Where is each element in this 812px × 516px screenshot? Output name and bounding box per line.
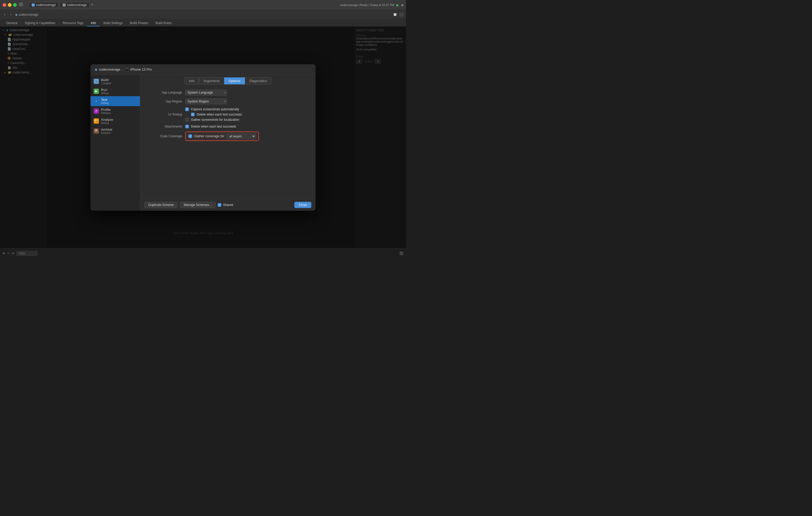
shared-checkbox[interactable] — [218, 203, 221, 207]
forward-button[interactable]: › — [9, 12, 13, 17]
ui-testing-localization-row: Gather screenshots for localization — [185, 118, 242, 122]
stop-icon[interactable]: ■ — [401, 3, 403, 7]
app-language-select-wrapper[interactable]: System Language — [185, 90, 227, 95]
app-language-row: App Language System Language — [148, 90, 308, 95]
code-coverage-checkbox[interactable] — [188, 134, 192, 138]
duplicate-scheme-button[interactable]: Duplicate Scheme — [144, 202, 178, 208]
ui-testing-checkboxes: Capture screenshots automatically Delete… — [185, 108, 242, 122]
attachments-delete-checkbox[interactable] — [185, 125, 189, 128]
options-panel: App Language System Language — [140, 85, 316, 199]
profile-icon: ⏱ — [94, 109, 99, 114]
add-tab-button[interactable]: + — [91, 2, 94, 7]
scheme-profile-label: Profile — [101, 108, 111, 112]
ui-testing-capture-checkbox[interactable] — [185, 108, 189, 111]
attachments-checkboxes: Delete when each test succeeds — [185, 125, 236, 128]
toolbar: ‹ › ◆ codecoverage 🔲 ⬛ — [0, 10, 406, 19]
shared-label: Shared — [223, 203, 233, 207]
ui-testing-delete-checkbox[interactable] — [191, 113, 195, 116]
minimize-button[interactable] — [8, 3, 11, 7]
ui-testing-localization-label: Gather screenshots for localization — [191, 118, 239, 122]
scheme-editor-modal: ◆ codecoverage › 📱 iPhone 13 Pro 🔨 Build… — [90, 64, 316, 211]
shared-checkbox-row: Shared — [218, 203, 233, 207]
close-button[interactable] — [3, 3, 6, 7]
run-icon: ▶ — [94, 89, 99, 94]
attachments-label: Attachments — [148, 125, 182, 128]
scheme-test-label: Test — [101, 98, 109, 102]
filter-input[interactable] — [17, 251, 37, 256]
svg-rect-2 — [19, 5, 23, 6]
scheme-archive[interactable]: 📦 Archive Release — [90, 126, 140, 136]
scheme-run-sub: Debug — [101, 92, 109, 95]
tab-build-phases[interactable]: Build Phases — [126, 20, 152, 26]
inspector-icon[interactable]: 🔲 — [393, 12, 397, 17]
code-coverage-highlight-box: Gather coverage for all targets some tar… — [185, 131, 259, 141]
remove-item-button[interactable]: − — [7, 251, 9, 256]
navigator-icon[interactable]: ⬛ — [399, 12, 403, 17]
tab-codecoverage-1[interactable]: codecoverage — [29, 2, 59, 8]
scheme-content: Info Arguments Options Diagnostics App L… — [140, 75, 316, 211]
tab-icon-1 — [32, 3, 35, 6]
ui-testing-row: UI Testing Capture screenshots automatic… — [148, 108, 308, 122]
archive-icon: 📦 — [94, 128, 99, 133]
modal-footer: Duplicate Scheme Manage Schemes... Share… — [140, 199, 316, 211]
maximize-button[interactable] — [13, 3, 17, 7]
scheme-profile[interactable]: ⏱ Profile Release — [90, 106, 140, 116]
tab-icon-2 — [62, 3, 66, 6]
code-coverage-label: Code Coverage — [148, 134, 182, 138]
close-button[interactable]: Close — [294, 202, 311, 208]
tab-diagnostics[interactable]: Diagnostics — [245, 78, 271, 85]
add-item-button[interactable]: + — [3, 251, 5, 256]
tab-info[interactable]: Info — [87, 20, 100, 26]
tab-arguments[interactable]: Arguments — [199, 78, 224, 85]
test-icon: ✓ — [94, 98, 99, 104]
analyze-icon: 🔍 — [94, 118, 99, 124]
code-coverage-target-wrapper[interactable]: all targets some targets — [227, 133, 256, 139]
app-region-label: App Region — [148, 99, 182, 103]
main-layout: ▼ ◆ codecoverage ▼ 📁 codecoverage 📄 AppD… — [0, 27, 406, 248]
scheme-test-sub: Debug — [101, 102, 109, 104]
editor-toggle-icon[interactable]: ⬛ — [400, 251, 403, 255]
attachments-delete-row: Delete when each test succeeds — [185, 125, 236, 128]
filter-icon: ⊙ — [12, 251, 14, 255]
tab-resource-tags[interactable]: Resource Tags — [59, 20, 87, 26]
tab-build-rules[interactable]: Build Rules — [152, 20, 175, 26]
scheme-build[interactable]: 🔨 Build 2 targets — [90, 76, 140, 86]
tab-build-settings[interactable]: Build Settings — [100, 20, 126, 26]
build-icon: 🔨 — [94, 79, 99, 84]
scheme-analyze-sub: Debug — [101, 122, 113, 124]
ui-testing-capture-row: Capture screenshots automatically — [185, 108, 242, 111]
tab-options[interactable]: Options — [224, 78, 245, 85]
code-coverage-row: Code Coverage Gather coverage for all ta… — [148, 131, 308, 141]
tab-info[interactable]: Info — [184, 78, 199, 85]
scheme-profile-sub: Release — [101, 112, 111, 115]
ui-testing-capture-label: Capture screenshots automatically — [191, 108, 239, 111]
titlebar-actions: ▶ ■ — [396, 3, 403, 7]
tab-general[interactable]: General — [3, 20, 21, 26]
modal-overlay: ◆ codecoverage › 📱 iPhone 13 Pro 🔨 Build… — [0, 27, 406, 248]
tab-signing[interactable]: Signing & Capabilities — [21, 20, 59, 26]
tab-codecoverage-2[interactable]: codecoverage — [60, 2, 89, 8]
app-region-select-wrapper[interactable]: System Region — [185, 98, 227, 104]
scheme-test[interactable]: ✓ Test Debug — [90, 96, 140, 106]
run-icon[interactable]: ▶ — [396, 3, 399, 7]
scheme-run[interactable]: ▶ Run Debug — [90, 86, 140, 96]
attachments-row: Attachments Delete when each test succee… — [148, 125, 308, 128]
svg-rect-1 — [19, 4, 23, 5]
scheme-analyze-label: Analyze — [101, 118, 113, 122]
expand-icon[interactable] — [19, 3, 24, 7]
scheme-tabs: Info Arguments Options Diagnostics — [140, 75, 316, 85]
attachments-delete-label: Delete when each test succeeds — [191, 125, 236, 128]
breadcrumb-icon: ◆ — [15, 13, 18, 17]
code-coverage-target-select[interactable]: all targets some targets — [227, 133, 256, 139]
ui-testing-localization-checkbox[interactable] — [185, 118, 189, 122]
svg-rect-0 — [19, 3, 23, 3]
back-button[interactable]: ‹ — [3, 12, 7, 17]
modal-titlebar: ◆ codecoverage › 📱 iPhone 13 Pro — [90, 64, 316, 75]
scheme-analyze[interactable]: 🔍 Analyze Debug — [90, 116, 140, 126]
app-language-select[interactable]: System Language — [185, 90, 227, 95]
app-region-select[interactable]: System Region — [185, 98, 227, 104]
ui-testing-delete-row: Delete when each test succeeds — [185, 113, 242, 116]
titlebar: codecoverage codecoverage + codecoverage… — [0, 0, 406, 10]
scheme-run-label: Run — [101, 88, 109, 92]
manage-schemes-button[interactable]: Manage Schemes... — [180, 202, 215, 208]
